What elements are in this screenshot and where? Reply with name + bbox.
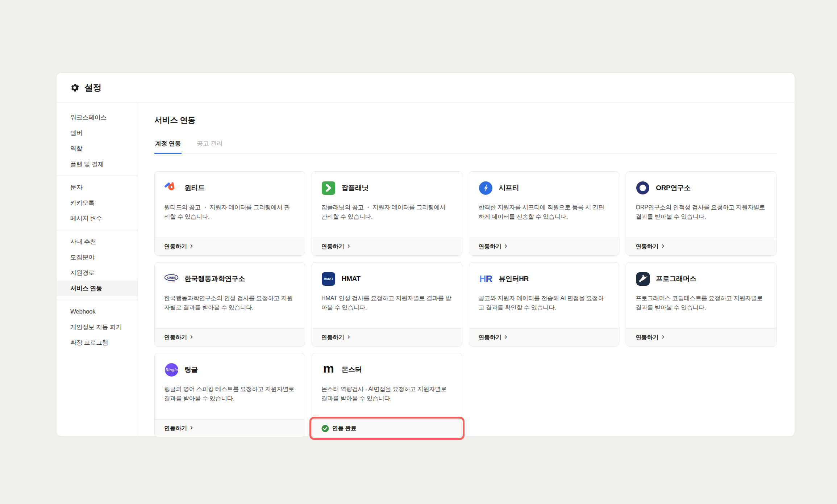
sidebar-item-label: 카카오톡 <box>70 199 95 207</box>
sidebar-item-label: 확장 프로그램 <box>70 339 108 347</box>
content-title: 서비스 연동 <box>154 115 776 126</box>
sidebar-item-label: 플랜 및 결제 <box>70 160 104 168</box>
sidebar-divider <box>57 300 138 300</box>
tab-label: 계정 연동 <box>155 140 181 147</box>
integrate-button[interactable]: 연동하기› <box>155 328 305 346</box>
sidebar-item-sms[interactable]: 문자 <box>57 180 138 195</box>
wanted-logo <box>164 181 179 195</box>
integrate-button[interactable]: 연동하기› <box>626 328 776 346</box>
sidebar-item-roles[interactable]: 역할 <box>57 141 138 156</box>
chevron-right-icon: › <box>190 333 193 341</box>
service-description: 몬스터 역량검사 · AI면접을 요청하고 지원자별로 결과를 받아볼 수 있습… <box>321 384 453 403</box>
integrate-button[interactable]: 연동하기› <box>155 419 305 437</box>
service-description: 링글의 영어 스피킹 테스트를 요청하고 지원자별로 결과를 받아볼 수 있습니… <box>164 384 295 403</box>
integration-card-shiftee: 시프티합격한 지원자를 시프티에 직원으로 등록 시 간편하게 데이터를 전송할… <box>469 171 620 256</box>
service-name: 잡플래닛 <box>342 183 368 193</box>
hmat-logo: HMAT <box>321 272 336 286</box>
service-description: 프로그래머스 코딩테스트를 요청하고 지원자별로 결과를 받아볼 수 있습니다. <box>636 293 767 312</box>
service-description: 합격한 지원자를 시프티에 직원으로 등록 시 간편하게 데이터를 전송할 수 … <box>479 202 610 222</box>
integrate-button-label: 연동하기 <box>164 243 187 251</box>
sidebar-item-label: 사내 추천 <box>70 238 96 246</box>
service-description: 잡플래닛의 공고 ・ 지원자 데이터를 그리팅에서 관리할 수 있습니다. <box>321 202 453 222</box>
integrate-button-label: 연동하기 <box>164 334 187 341</box>
tab-label: 공고 관리 <box>197 140 222 147</box>
content-area: 서비스 연동 계정 연동공고 관리 원티드원티드의 공고 ・ 지원자 데이터를 … <box>138 102 795 436</box>
orp-logo <box>636 181 650 195</box>
sidebar-item-label: 모집분야 <box>70 253 95 261</box>
sidebar-item-webhook[interactable]: Webhook <box>57 304 138 319</box>
sidebar-item-label: 지원경로 <box>70 269 95 277</box>
sidebar-item-label: 멤버 <box>70 129 82 137</box>
integrate-button[interactable]: 연동하기› <box>469 238 619 255</box>
integrate-button[interactable]: 연동하기› <box>312 238 462 255</box>
sidebar-item-service-integration[interactable]: 서비스 연동 <box>57 281 138 296</box>
integrate-button-label: 연동하기 <box>321 243 344 251</box>
service-name: ORP연구소 <box>656 183 691 193</box>
integrate-button-label: 연동하기 <box>479 334 501 341</box>
service-name: HMAT <box>342 275 361 283</box>
chevron-right-icon: › <box>190 424 193 432</box>
integrate-button-label: 연동하기 <box>321 334 344 341</box>
sidebar-item-application-channels[interactable]: 지원경로 <box>57 265 138 281</box>
service-description: 원티드의 공고 ・ 지원자 데이터를 그리팅에서 관리할 수 있습니다. <box>164 202 295 222</box>
integration-card-monster: m몬스터몬스터 역량검사 · AI면접을 요청하고 지원자별로 결과를 받아볼 … <box>312 353 462 437</box>
ringle-logo: Ringle <box>164 362 179 377</box>
integration-card-hmat: HMATHMATHMAT 인성 검사를 요청하고 지원자별로 결과를 받아볼 수… <box>312 262 462 346</box>
chevron-right-icon: › <box>190 242 193 250</box>
page-title: 설정 <box>84 82 101 93</box>
kirbs-logo: KIRBSsince 1968 <box>164 272 179 286</box>
service-name: 링글 <box>184 365 198 374</box>
service-name: 시프티 <box>499 183 519 193</box>
integrate-button[interactable]: 연동하기› <box>312 328 462 346</box>
integration-card-grid: 원티드원티드의 공고 ・ 지원자 데이터를 그리팅에서 관리할 수 있습니다.연… <box>154 171 776 437</box>
sidebar-item-workspace[interactable]: 워크스페이스 <box>57 110 138 125</box>
chevron-right-icon: › <box>504 242 507 250</box>
service-name: 프로그래머스 <box>656 274 696 284</box>
sidebar-item-label: 서비스 연동 <box>70 284 102 293</box>
sidebar-item-recruitment-fields[interactable]: 모집분야 <box>57 249 138 265</box>
chevron-right-icon: › <box>662 333 664 341</box>
viewinter-hr-logo: HR <box>479 272 493 286</box>
gear-icon <box>70 83 79 92</box>
jobplanet-logo <box>321 181 336 195</box>
integration-card-jobplanet: 잡플래닛잡플래닛의 공고 ・ 지원자 데이터를 그리팅에서 관리할 수 있습니다… <box>312 171 462 256</box>
sidebar-item-label: Webhook <box>70 308 95 315</box>
sidebar-item-privacy-auto-destruction[interactable]: 개인정보 자동 파기 <box>57 319 138 335</box>
svg-text:since 1968: since 1968 <box>168 281 176 283</box>
tab-posting-management[interactable]: 공고 관리 <box>196 136 223 154</box>
chevron-right-icon: › <box>662 242 664 250</box>
sidebar-item-members[interactable]: 멤버 <box>57 125 138 141</box>
integrate-button[interactable]: 연동하기› <box>469 328 619 346</box>
settings-header: 설정 <box>57 73 795 102</box>
sidebar-item-internal-referral[interactable]: 사내 추천 <box>57 234 138 249</box>
sidebar-divider <box>57 176 138 176</box>
service-name: 한국행동과학연구소 <box>184 274 245 284</box>
integrate-button[interactable]: 연동하기› <box>626 238 776 255</box>
integrate-button-label: 연동하기 <box>479 243 501 251</box>
integrate-button-label: 연동하기 <box>636 334 658 341</box>
service-description: ORP연구소의 인적성 검사를 요청하고 지원자별로 결과를 받아볼 수 있습니… <box>636 202 767 222</box>
settings-panel: 설정 워크스페이스멤버역할플랜 및 결제문자카카오톡메시지 변수사내 추천모집분… <box>56 72 795 437</box>
sidebar-item-label: 문자 <box>70 183 82 192</box>
sidebar: 워크스페이스멤버역할플랜 및 결제문자카카오톡메시지 변수사내 추천모집분야지원… <box>57 102 138 436</box>
service-description: 한국행동과학연구소의 인성 검사를 요청하고 지원자별로 결과를 받아볼 수 있… <box>164 293 295 312</box>
sidebar-item-message-variables[interactable]: 메시지 변수 <box>57 211 138 226</box>
service-description: HMAT 인성 검사를 요청하고 지원자별로 결과를 받아볼 수 있습니다. <box>321 293 453 312</box>
chevron-right-icon: › <box>504 333 507 341</box>
service-name: 원티드 <box>184 183 205 193</box>
sidebar-divider <box>57 230 138 230</box>
integrate-button[interactable]: 연동하기› <box>155 238 305 255</box>
integration-card-kirbs: KIRBSsince 1968한국행동과학연구소한국행동과학연구소의 인성 검사… <box>154 262 305 346</box>
tab-bar: 계정 연동공고 관리 <box>154 136 776 154</box>
service-description: 공고와 지원자 데이터를 전송해 AI 면접을 요청하고 결과를 확인할 수 있… <box>479 293 610 312</box>
sidebar-item-plan-billing[interactable]: 플랜 및 결제 <box>57 156 138 172</box>
sidebar-item-extensions[interactable]: 확장 프로그램 <box>57 335 138 350</box>
integration-card-viewinter-hr: HR뷰인터HR공고와 지원자 데이터를 전송해 AI 면접을 요청하고 결과를 … <box>469 262 620 346</box>
tab-account-integration[interactable]: 계정 연동 <box>154 136 182 154</box>
service-name: 뷰인터HR <box>499 274 529 284</box>
sidebar-item-label: 역할 <box>70 144 82 153</box>
status-label: 연동 완료 <box>332 425 357 432</box>
integration-status: 연동 완료 <box>312 419 462 437</box>
sidebar-item-label: 메시지 변수 <box>70 214 102 223</box>
sidebar-item-kakaotalk[interactable]: 카카오톡 <box>57 195 138 211</box>
